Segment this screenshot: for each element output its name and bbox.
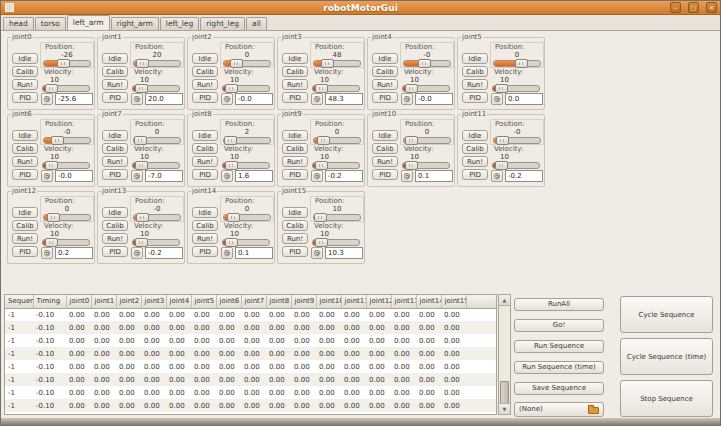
at-button[interactable]: @ <box>131 93 143 105</box>
column-header-sequence[interactable]: Sequence <box>5 295 33 308</box>
velocity-slider[interactable] <box>42 162 90 169</box>
sequence-file-combo[interactable]: (None) <box>514 402 604 417</box>
column-header-joint0[interactable]: joint0 <box>66 295 91 308</box>
table-row[interactable]: -1-0.100.000.000.000.000.000.000.000.000… <box>5 399 497 412</box>
joint-value-input[interactable] <box>55 170 93 182</box>
joint-value-input[interactable] <box>145 170 183 182</box>
calib-button[interactable]: Calib <box>282 143 308 154</box>
slider-thumb[interactable] <box>134 136 147 145</box>
at-button[interactable]: @ <box>491 170 503 182</box>
at-button[interactable]: @ <box>311 247 323 259</box>
run-sequence-time-button[interactable]: Run Sequence (time) <box>514 361 604 374</box>
table-row[interactable]: -1-0.100.000.000.000.000.000.000.000.000… <box>5 334 497 347</box>
column-header-joint12[interactable]: joint12 <box>366 295 391 308</box>
column-header-joint7[interactable]: joint7 <box>241 295 266 308</box>
slider-thumb[interactable] <box>315 84 328 93</box>
calib-button[interactable]: Calib <box>192 143 218 154</box>
calib-button[interactable]: Calib <box>372 143 398 154</box>
slider-thumb[interactable] <box>135 161 148 170</box>
velocity-slider[interactable] <box>222 85 270 92</box>
column-header-joint5[interactable]: joint5 <box>191 295 216 308</box>
slider-thumb[interactable] <box>315 161 328 170</box>
at-button[interactable]: @ <box>401 93 413 105</box>
calib-button[interactable]: Calib <box>462 143 488 154</box>
run-button[interactable]: Run! <box>282 233 308 244</box>
slider-thumb[interactable] <box>515 59 528 68</box>
column-header-joint3[interactable]: joint3 <box>141 295 166 308</box>
idle-button[interactable]: Idle <box>282 53 308 64</box>
table-row[interactable]: -1-0.100.000.000.000.000.000.000.000.000… <box>5 386 497 399</box>
idle-button[interactable]: Idle <box>192 207 218 218</box>
calib-button[interactable]: Calib <box>462 66 488 77</box>
position-slider[interactable] <box>133 214 181 221</box>
at-button[interactable]: @ <box>41 93 53 105</box>
velocity-slider[interactable] <box>312 85 360 92</box>
scroll-down-icon[interactable]: ▼ <box>499 403 510 414</box>
pid-button[interactable]: PID <box>282 169 308 180</box>
slider-thumb[interactable] <box>225 238 238 247</box>
slider-thumb[interactable] <box>495 84 508 93</box>
open-folder-icon[interactable] <box>588 407 599 414</box>
column-header-joint11[interactable]: joint11 <box>341 295 366 308</box>
at-button[interactable]: @ <box>311 93 323 105</box>
run-all-button[interactable]: RunAll <box>514 298 604 311</box>
pid-button[interactable]: PID <box>282 92 308 103</box>
position-slider[interactable] <box>43 214 91 221</box>
tab-right_arm[interactable]: right_arm <box>111 17 159 30</box>
run-button[interactable]: Run! <box>12 79 38 90</box>
table-row[interactable]: -1-0.100.000.000.000.000.000.000.000.000… <box>5 321 497 334</box>
calib-button[interactable]: Calib <box>192 66 218 77</box>
pid-button[interactable]: PID <box>102 92 128 103</box>
run-button[interactable]: Run! <box>12 156 38 167</box>
calib-button[interactable]: Calib <box>192 220 218 231</box>
at-button[interactable]: @ <box>41 247 53 259</box>
at-button[interactable]: @ <box>491 93 503 105</box>
joint-value-input[interactable] <box>415 93 453 105</box>
pid-button[interactable]: PID <box>192 169 218 180</box>
slider-thumb[interactable] <box>45 84 58 93</box>
position-slider[interactable] <box>403 60 451 67</box>
at-button[interactable]: @ <box>221 93 233 105</box>
calib-button[interactable]: Calib <box>12 143 38 154</box>
run-button[interactable]: Run! <box>102 156 128 167</box>
velocity-slider[interactable] <box>492 162 540 169</box>
velocity-slider[interactable] <box>132 239 180 246</box>
calib-button[interactable]: Calib <box>102 143 128 154</box>
joint-value-input[interactable] <box>325 247 363 259</box>
position-slider[interactable] <box>403 137 451 144</box>
joint-value-input[interactable] <box>505 93 543 105</box>
column-header-joint8[interactable]: joint8 <box>266 295 291 308</box>
pid-button[interactable]: PID <box>462 169 488 180</box>
slider-thumb[interactable] <box>321 59 334 68</box>
column-header-joint14[interactable]: joint14 <box>416 295 441 308</box>
slider-thumb[interactable] <box>315 238 328 247</box>
calib-button[interactable]: Calib <box>282 66 308 77</box>
pid-button[interactable]: PID <box>192 92 218 103</box>
column-header-joint1[interactable]: joint1 <box>91 295 116 308</box>
joint-value-input[interactable] <box>415 170 453 182</box>
calib-button[interactable]: Calib <box>102 66 128 77</box>
slider-thumb[interactable] <box>405 136 418 145</box>
slider-thumb[interactable] <box>225 84 238 93</box>
idle-button[interactable]: Idle <box>372 130 398 141</box>
pid-button[interactable]: PID <box>102 169 128 180</box>
joint-value-input[interactable] <box>145 93 183 105</box>
slider-thumb[interactable] <box>418 59 431 68</box>
cycle-sequence-time-button[interactable]: Cycle Sequence (time) <box>620 338 713 375</box>
slider-thumb[interactable] <box>496 136 509 145</box>
run-sequence-button[interactable]: Run Sequence <box>514 340 604 353</box>
calib-button[interactable]: Calib <box>372 66 398 77</box>
table-row[interactable]: -1-0.100.000.000.000.000.000.000.000.000… <box>5 308 497 321</box>
slider-thumb[interactable] <box>135 238 148 247</box>
run-button[interactable]: Run! <box>192 79 218 90</box>
slider-thumb[interactable] <box>47 213 60 222</box>
slider-thumb[interactable] <box>51 136 64 145</box>
titlebar[interactable]: robotMotorGui − ▢ ✕ <box>1 1 720 15</box>
slider-thumb[interactable] <box>136 213 149 222</box>
position-slider[interactable] <box>223 60 271 67</box>
position-slider[interactable] <box>313 60 361 67</box>
velocity-slider[interactable] <box>312 162 360 169</box>
cycle-sequence-button[interactable]: Cycle Sequence <box>620 296 713 333</box>
tab-left_arm[interactable]: left_arm <box>67 15 110 30</box>
run-button[interactable]: Run! <box>192 233 218 244</box>
